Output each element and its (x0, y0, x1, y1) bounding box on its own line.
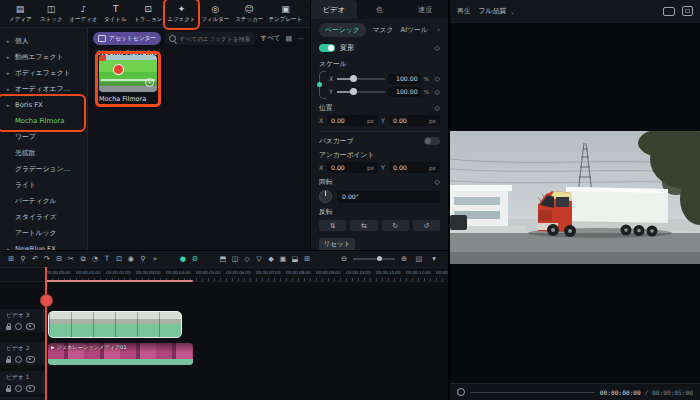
mute-icon[interactable] (15, 385, 22, 392)
timeline-tool-marker-icon[interactable]: ⬒ (217, 252, 229, 266)
sidebar-item-light[interactable]: ライト (0, 177, 87, 193)
toolbar-item-effect[interactable]: ✦エフェクト (166, 1, 197, 27)
lock-icon[interactable] (6, 359, 11, 363)
effect-card-mocha-filmora[interactable]: + Mocha Filmora (99, 55, 157, 103)
position-keyframe-icon[interactable]: ◇ (435, 104, 440, 112)
add-effect-icon[interactable]: + (145, 78, 154, 87)
more-options-button[interactable]: ⋯ (297, 35, 305, 43)
timeline-tool-more-icon[interactable]: » (149, 252, 161, 266)
sidebar-item-light-diffusion[interactable]: 光拡散 (0, 145, 87, 161)
rotation-keyframe-icon[interactable]: ◇ (435, 178, 440, 186)
playhead-knob[interactable] (40, 294, 53, 307)
rotation-field[interactable]: 0.00° (337, 191, 440, 203)
scale-y-keyframe-icon[interactable]: ◇ (435, 88, 440, 96)
scale-y-slider[interactable] (337, 91, 385, 93)
timeline-tool-delete-icon[interactable]: ⊟ (53, 252, 65, 266)
tab-color[interactable]: 色 (357, 0, 403, 19)
flip-horizontal-button[interactable]: ⇆ (350, 220, 377, 231)
timeline-tool-voiceover-icon[interactable]: ▽ (253, 252, 265, 266)
timeline-tool-motion-track-icon[interactable]: ⚙ (189, 252, 201, 266)
preview-scrubber-track[interactable] (470, 392, 595, 393)
timeline-tool-split-icon[interactable]: ✂ (65, 252, 77, 266)
timeline-tool-keyframe-add-icon[interactable]: ◇ (241, 252, 253, 266)
sidebar-item-stylize[interactable]: スタイライズ (0, 209, 87, 225)
filter-all-dropdown[interactable]: すべて (260, 34, 280, 43)
tab-speed[interactable]: 速度 (402, 0, 448, 19)
timeline-playhead[interactable] (45, 267, 47, 400)
display-mode-icon[interactable] (663, 7, 675, 16)
zoom-out-icon[interactable]: ⊖ (338, 252, 350, 266)
timeline-zoom-slider[interactable] (353, 258, 395, 260)
toolbar-item-stock[interactable]: ◫ストック (37, 1, 65, 27)
timeline-tool-render-icon[interactable]: ⬓ (289, 252, 301, 266)
timeline-tool-mixer-icon[interactable]: ◫ (229, 252, 241, 266)
scale-x-value[interactable]: 100.00 (388, 74, 421, 84)
timeline-tool-green-screen-icon[interactable]: ● (177, 252, 189, 266)
transform-keyframe-icon[interactable]: ◇ (435, 44, 440, 52)
visibility-icon[interactable] (26, 385, 35, 392)
timeline-tool-text-icon[interactable]: T (101, 252, 113, 266)
toolbar-item-sticker[interactable]: ☺ステッカー (234, 1, 265, 27)
position-x-field[interactable]: 0.00 px (327, 115, 378, 126)
timeline-tool-crop-icon[interactable]: ⧉ (77, 252, 89, 266)
sidebar-item-warp[interactable]: ワープ (0, 129, 87, 145)
sidebar-item-boris-fx[interactable]: ▸Boris FX (0, 97, 87, 113)
effects-search-field[interactable] (165, 32, 255, 45)
rotate-cw-button[interactable]: ↻ (382, 220, 409, 231)
subtab-ai-tools[interactable]: AIツール (401, 25, 428, 35)
caret-down-icon[interactable]: ▾ (428, 252, 440, 266)
anchor-y-field[interactable]: 0.00 px (389, 162, 440, 173)
mute-icon[interactable] (15, 356, 22, 363)
timeline-clip-video3[interactable] (48, 311, 182, 338)
effect-thumbnail[interactable]: + (99, 55, 157, 92)
toolbar-item-title[interactable]: Tタイトル (102, 1, 130, 27)
sidebar-item-body-effects[interactable]: ▸ボディエフェクト (0, 65, 87, 81)
subtab-mask[interactable]: マスク (373, 25, 394, 35)
timeline-tool-undo-icon[interactable]: ↶ (29, 252, 41, 266)
collection-icon[interactable]: ▤ (285, 35, 292, 43)
path-curve-toggle[interactable] (424, 137, 440, 145)
anchor-x-field[interactable]: 0.00 px (327, 162, 378, 173)
sidebar-item-gradation[interactable]: グラデーション... (0, 161, 87, 177)
mute-icon[interactable] (15, 323, 22, 330)
toolbar-item-filter[interactable]: ◎フィルター (200, 1, 231, 27)
quality-dropdown[interactable]: フル品質 ⌄ (479, 6, 516, 16)
scale-link-icon[interactable] (319, 71, 326, 99)
toolbar-item-audio[interactable]: ♪オーディオ (68, 1, 99, 27)
scale-y-value[interactable]: 100.00 (388, 87, 421, 97)
search-input[interactable] (179, 36, 251, 42)
scale-x-keyframe-icon[interactable]: ◇ (435, 75, 440, 83)
play-menu-label[interactable]: 再生 (457, 6, 471, 16)
scale-x-slider[interactable] (337, 78, 385, 80)
lock-icon[interactable] (6, 326, 11, 330)
track-height-icon[interactable]: ▤ (413, 252, 425, 266)
position-y-field[interactable]: 0.00 px (389, 115, 440, 126)
sidebar-item-audio-effects[interactable]: ▸オーディオエフ... (0, 81, 87, 97)
timeline-tool-transition-tool-icon[interactable]: ◆ (265, 252, 277, 266)
timeline-tool-redo-icon[interactable]: ↷ (41, 252, 53, 266)
visibility-icon[interactable] (26, 356, 35, 363)
timeline-tool-zoom-tool-icon[interactable]: ⚲ (137, 252, 149, 266)
timeline-clip-video2[interactable]: ▶ジェネレーションメディア01 (48, 343, 193, 365)
sidebar-item-particle[interactable]: パーティクル (0, 193, 87, 209)
timeline-tool-speed-icon[interactable]: ◔ (89, 252, 101, 266)
timeline-tool-chroma-key-icon[interactable]: ◉ (125, 252, 137, 266)
chevron-right-icon[interactable]: › (437, 26, 440, 34)
timeline-tool-mask-tool-icon[interactable]: ▣ (277, 252, 289, 266)
preview-scrubber-knob[interactable] (457, 388, 465, 396)
sidebar-item-mocha-filmora[interactable]: Mocha Filmora (0, 113, 87, 129)
visibility-icon[interactable] (26, 323, 35, 330)
transform-toggle[interactable] (319, 44, 335, 52)
fullscreen-icon[interactable] (682, 6, 693, 16)
timeline-tool-magnet-icon[interactable]: ⚲ (17, 252, 29, 266)
toolbar-item-template[interactable]: ▣テンプレート (267, 1, 304, 27)
timeline-tool-auto-ripple-icon[interactable]: ⊞ (301, 252, 313, 266)
preview-video-frame[interactable] (450, 131, 700, 264)
toolbar-item-transition[interactable]: ⊡トラ…ョン (133, 1, 164, 27)
sidebar-item-video-effects[interactable]: ▸動画エフェクト (0, 49, 87, 65)
asset-center-button[interactable]: アセットセンター (93, 32, 161, 45)
timeline-tool-snap-icon[interactable]: ⊞ (5, 252, 17, 266)
sidebar-item-art-look[interactable]: アートルック (0, 225, 87, 241)
rotate-ccw-button[interactable]: ↺ (413, 220, 440, 231)
toolbar-item-media[interactable]: ▤メディア (6, 1, 34, 27)
